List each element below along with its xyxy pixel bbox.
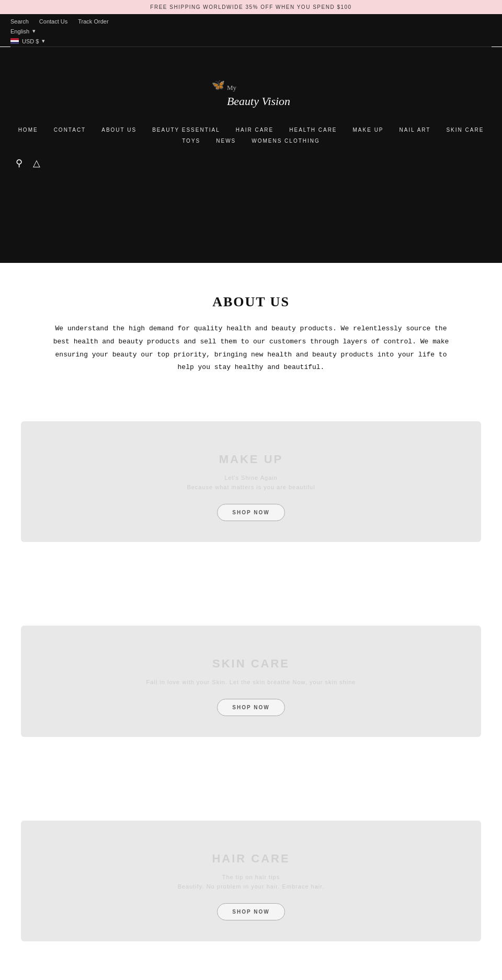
haircare-subtitle1: The tip on hair tips xyxy=(31,874,471,880)
spacer-1 xyxy=(10,563,492,626)
about-section: ABOUT US We understand the high demand f… xyxy=(0,263,502,406)
skincare-shop-now-button[interactable]: SHOP NOW xyxy=(217,699,284,716)
haircare-card: HAIR CARE The tip on hair tips Beautify.… xyxy=(21,821,481,941)
makeup-card: MAKE UP Let's Shine Again Because what m… xyxy=(21,421,481,542)
contact-link[interactable]: Contact Us xyxy=(39,18,67,25)
about-heading: ABOUT US xyxy=(21,294,481,310)
search-link[interactable]: Search xyxy=(10,18,29,25)
chevron-down-icon: ▾ xyxy=(32,28,36,34)
logo-text: My Beauty Vision xyxy=(227,78,290,108)
makeup-title: MAKE UP xyxy=(31,453,471,466)
makeup-subtitle1: Let's Shine Again xyxy=(31,475,471,481)
nav-nail-art[interactable]: NAIL ART xyxy=(400,127,431,133)
header: 🦋 My Beauty Vision xyxy=(0,47,502,119)
nav-contact[interactable]: CONTACT xyxy=(54,127,86,133)
nav-news[interactable]: NEWS xyxy=(216,138,236,144)
nav-beauty-essential[interactable]: BEAUTY ESSENTIAL xyxy=(152,127,220,133)
nav-hair-care[interactable]: HAIR CARE xyxy=(236,127,273,133)
nav-health-care[interactable]: HEALTH CARE xyxy=(289,127,337,133)
skincare-card: SKIN CARE Fall in love with your Skin. L… xyxy=(21,626,481,737)
haircare-subtitle2: Beautify. No problem in your hair. Embra… xyxy=(31,883,471,890)
cart-button[interactable]: △ xyxy=(33,157,40,169)
haircare-shop-now-button[interactable]: SHOP NOW xyxy=(217,903,284,920)
butterfly-icon: 🦋 xyxy=(212,78,225,91)
currency-selector[interactable]: USD $ ▾ xyxy=(10,38,492,44)
product-section: MAKE UP Let's Shine Again Because what m… xyxy=(0,406,502,978)
spacer-2 xyxy=(10,758,492,821)
nav-skin-care[interactable]: SKIN CARE xyxy=(446,127,484,133)
cart-icon: △ xyxy=(33,158,40,168)
language-label: English xyxy=(10,28,29,34)
nav-toys[interactable]: TOYS xyxy=(182,138,200,144)
skincare-title: SKIN CARE xyxy=(31,657,471,671)
track-order-link[interactable]: Track Order xyxy=(78,18,108,25)
makeup-shop-now-button[interactable]: SHOP NOW xyxy=(217,504,284,521)
language-selector[interactable]: English ▾ xyxy=(10,28,492,34)
about-body: We understand the high demand for qualit… xyxy=(47,322,455,374)
skincare-subtitle1: Fall in love with your Skin. Let the ski… xyxy=(31,679,471,685)
makeup-subtitle2: Because what matters is you are beautifu… xyxy=(31,484,471,490)
announcement-text: FREE SHIPPING WORLDWIDE 35% OFF WHEN YOU… xyxy=(150,4,351,10)
icon-row: ⚲ △ xyxy=(0,152,502,185)
chevron-down-icon: ▾ xyxy=(42,38,45,44)
haircare-title: HAIR CARE xyxy=(31,852,471,866)
nav-about-us[interactable]: ABOUT US xyxy=(101,127,136,133)
nav-make-up[interactable]: MAKE UP xyxy=(353,127,384,133)
hero-section xyxy=(0,185,502,263)
nav-row-2: TOYS NEWS WOMENS CLOTHING xyxy=(10,138,492,144)
nav-home[interactable]: HOME xyxy=(18,127,38,133)
search-button[interactable]: ⚲ xyxy=(16,157,22,169)
logo: 🦋 My Beauty Vision xyxy=(212,78,290,108)
flag-icon xyxy=(10,38,19,44)
main-navigation: HOME CONTACT ABOUT US BEAUTY ESSENTIAL H… xyxy=(0,119,502,152)
nav-row-1: HOME CONTACT ABOUT US BEAUTY ESSENTIAL H… xyxy=(10,127,492,133)
utility-nav: Search Contact Us Track Order English ▾ … xyxy=(0,14,502,47)
announcement-bar: FREE SHIPPING WORLDWIDE 35% OFF WHEN YOU… xyxy=(0,0,502,14)
search-icon: ⚲ xyxy=(16,158,22,168)
nav-womens-clothing[interactable]: WOMENS CLOTHING xyxy=(252,138,320,144)
currency-label: USD $ xyxy=(22,38,39,44)
utility-links: Search Contact Us Track Order xyxy=(10,18,492,25)
